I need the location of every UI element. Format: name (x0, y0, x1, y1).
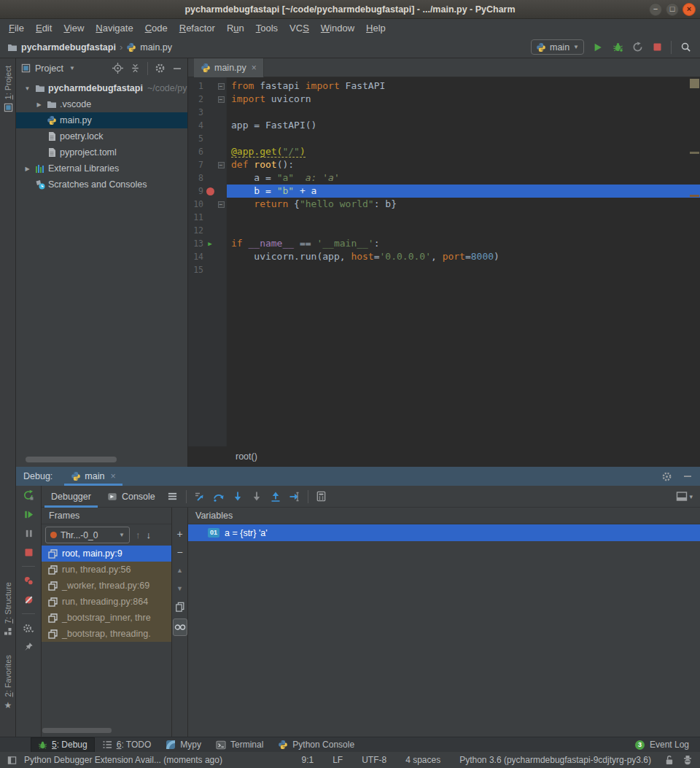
code-text[interactable] (227, 263, 700, 276)
code-area[interactable]: 1−from fastapi import FastAPI2−import uv… (188, 77, 700, 446)
code-line-8[interactable]: 8 a = "a" a: 'a' (188, 171, 700, 185)
menu-vcs[interactable]: VCS (284, 23, 315, 34)
editor-tab-main-py[interactable]: main.py × (194, 58, 264, 77)
line-ending[interactable]: LF (332, 755, 343, 765)
tree-collapsed-icon[interactable]: ▶ (34, 101, 44, 108)
close-tab-icon[interactable]: × (252, 63, 257, 73)
menu-view[interactable]: View (58, 23, 90, 34)
file-encoding[interactable]: UTF-8 (362, 755, 386, 765)
tree-item-pyproject-toml[interactable]: pyproject.toml (16, 144, 187, 160)
toggle-tool-windows-icon[interactable] (7, 756, 17, 765)
move-down-icon[interactable]: ▼ (174, 582, 187, 594)
show-execution-point-icon[interactable] (190, 491, 209, 503)
step-into-icon[interactable] (228, 491, 247, 503)
code-line-5[interactable]: 5 (188, 132, 700, 145)
search-everywhere-button[interactable] (680, 42, 691, 53)
run-gutter-icon[interactable]: ▶ (203, 237, 217, 250)
next-frame-icon[interactable]: ↓ (147, 530, 152, 540)
close-button[interactable]: × (682, 3, 696, 16)
tree-expanded-icon[interactable]: ▼ (22, 85, 33, 92)
tree-item-pycharmdebugfastapi[interactable]: ▼pycharmdebugfastapi~/code/pycharmdebugf… (16, 80, 187, 96)
error-stripe-warning-square[interactable] (690, 79, 699, 88)
tab-debugger[interactable]: Debugger (43, 486, 99, 508)
code-line-13[interactable]: 13▶if __name__ == '__main__': (188, 237, 700, 250)
code-text[interactable]: uvicorn.run(app, host='0.0.0.0', port=80… (227, 250, 700, 263)
code-line-2[interactable]: 2−import uvicorn (188, 93, 700, 106)
context-function[interactable]: root() (236, 451, 257, 462)
code-line-14[interactable]: 14 uvicorn.run(app, host='0.0.0.0', port… (188, 250, 700, 263)
coverage-button[interactable] (631, 42, 643, 53)
pin-icon[interactable] (23, 641, 34, 653)
evaluate-expression-icon[interactable] (312, 491, 331, 502)
fold-marker-icon[interactable]: − (217, 201, 225, 208)
gear-icon[interactable] (155, 63, 166, 74)
minimize-button[interactable]: − (649, 3, 662, 16)
add-watch-icon[interactable]: + (174, 527, 187, 540)
code-text[interactable]: def root(): (227, 158, 700, 171)
tree-item--vscode[interactable]: ▶.vscode (16, 96, 187, 112)
breadcrumb-file[interactable]: main.py (140, 42, 172, 53)
code-line-12[interactable]: 12 (188, 224, 700, 237)
code-line-4[interactable]: 4app = FastAPI() (188, 119, 700, 132)
project-panel-title[interactable]: Project (35, 63, 63, 74)
frame-row[interactable]: run, thread.py:56 (42, 562, 171, 578)
toolwindow-5-debug[interactable]: 5: Debug (31, 737, 95, 753)
toolwindow-mypy[interactable]: Mypy (158, 737, 209, 753)
code-line-11[interactable]: 11 (188, 211, 700, 224)
show-watches-icon[interactable] (173, 618, 187, 636)
maximize-button[interactable]: □ (666, 3, 679, 16)
locate-file-icon[interactable] (112, 63, 123, 74)
hide-panel-icon[interactable] (682, 471, 693, 481)
indent-setting[interactable]: 4 spaces (405, 755, 440, 765)
code-line-15[interactable]: 15 (188, 263, 700, 276)
move-up-icon[interactable]: ▲ (174, 564, 187, 576)
collapse-all-icon[interactable] (130, 63, 141, 74)
menu-navigate[interactable]: Navigate (90, 23, 139, 34)
debug-button[interactable] (612, 42, 623, 53)
tree-item-main-py[interactable]: main.py (16, 112, 187, 128)
toolwindow-python-console[interactable]: Python Console (271, 737, 362, 753)
toolwindow-6-todo[interactable]: 6: TODO (95, 737, 159, 753)
menu-window[interactable]: Window (315, 23, 360, 34)
code-text[interactable]: if __name__ == '__main__': (227, 237, 700, 250)
frame-row[interactable]: _bootstrap_inner, thre (42, 610, 171, 626)
fold-marker-icon[interactable]: − (217, 96, 225, 103)
toolwindow-terminal[interactable]: Terminal (209, 737, 271, 753)
code-text[interactable] (227, 106, 700, 119)
step-over-icon[interactable] (209, 491, 228, 503)
interpreter[interactable]: Python 3.6 (pycharmdebugfastapi-9cdjtyrg… (459, 755, 651, 765)
fold-marker-icon[interactable]: − (217, 83, 225, 90)
code-line-10[interactable]: 10− return {"hello world": b} (188, 198, 700, 211)
run-configuration-select[interactable]: main ▼ (531, 39, 584, 55)
stripe-project-button[interactable]: 1: Project (0, 66, 16, 112)
code-text[interactable]: import uvicorn (227, 93, 700, 106)
caret-position[interactable]: 9:1 (301, 755, 314, 765)
menu-hamburger-icon[interactable] (163, 492, 182, 501)
layout-settings-icon[interactable] (676, 491, 688, 502)
view-breakpoints-icon[interactable] (23, 575, 34, 586)
code-text[interactable] (227, 211, 700, 224)
code-text[interactable]: a = "a" a: 'a' (227, 171, 700, 185)
code-line-1[interactable]: 1−from fastapi import FastAPI (188, 79, 700, 93)
status-message[interactable]: Python Debugger Extension Avail... (mome… (24, 755, 222, 765)
tree-item-external-libraries[interactable]: ▶External Libraries (16, 160, 187, 177)
menu-code[interactable]: Code (139, 23, 174, 34)
code-text[interactable] (227, 132, 700, 145)
tree-item-poetry-lock[interactable]: poetry.lock (16, 128, 187, 144)
step-out-icon[interactable] (266, 491, 285, 503)
code-line-9[interactable]: 9 b = "b" + a (188, 185, 700, 198)
tab-console[interactable]: Console (99, 486, 163, 508)
code-text[interactable]: from fastapi import FastAPI (227, 79, 700, 93)
frame-row[interactable]: root, main.py:9 (42, 546, 171, 562)
stripe-structure-button[interactable]: 7: Structure (0, 582, 16, 636)
duplicate-icon[interactable] (174, 600, 187, 613)
hector-inspections-icon[interactable] (682, 755, 693, 765)
gear-icon[interactable] (661, 471, 672, 482)
force-step-into-icon[interactable] (247, 491, 266, 503)
code-text[interactable]: return {"hello world": b} (227, 198, 700, 211)
project-horizontal-scrollbar[interactable] (26, 457, 117, 462)
remove-watch-icon[interactable]: − (174, 546, 187, 558)
frame-row[interactable]: run, threading.py:864 (42, 594, 171, 610)
lock-icon[interactable] (664, 755, 674, 765)
run-to-cursor-icon[interactable] (285, 491, 304, 503)
